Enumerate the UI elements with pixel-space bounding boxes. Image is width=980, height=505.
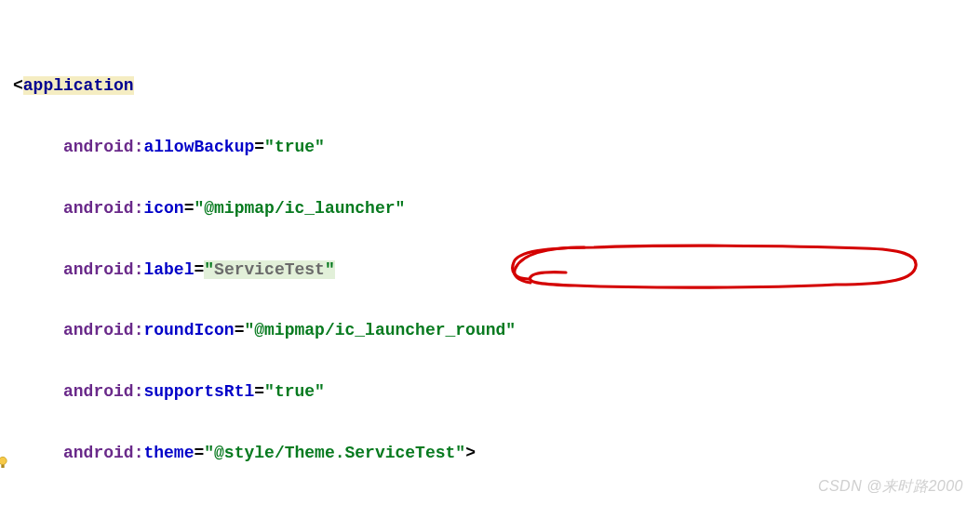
quote-open: " [204,260,214,279]
watermark-text: CSDN @来时路2000 [818,472,963,499]
attr-name: roundIcon [143,321,234,339]
equals: = [254,138,264,156]
attr-ns: android [63,321,134,339]
attr-ns: android [63,444,134,462]
code-line-blank [13,499,980,505]
equals: = [194,444,204,462]
attr-name: theme [143,444,194,462]
quote-close: " [325,260,335,279]
attr-name: supportsRtl [143,382,254,401]
code-line-5: android:roundIcon="@mipmap/ic_launcher_r… [13,315,980,346]
attr-ns: android [63,199,134,218]
attr-name: icon [143,199,183,218]
attr-ns: android [63,382,134,401]
lightbulb-icon[interactable] [0,455,7,472]
code-line-6: android:supportsRtl="true" [13,377,980,407]
code-line-3: android:icon="@mipmap/ic_launcher" [13,193,980,224]
colon: : [134,382,144,401]
code-line-7: android:theme="@style/Theme.ServiceTest"… [13,438,980,469]
equals: = [235,321,245,339]
colon: : [134,199,144,218]
attr-value: "true" [264,382,325,401]
attr-ns: android [63,260,134,279]
code-line-2: android:allowBackup="true" [13,132,980,163]
equals: = [184,199,195,218]
svg-rect-1 [1,465,4,468]
colon: : [134,138,144,156]
equals: = [254,382,264,401]
attr-value: "true" [264,138,325,156]
attr-name: allowBackup [143,138,254,156]
attr-value-label: ServiceTest [214,260,325,279]
colon: : [134,321,144,339]
attr-value: "@mipmap/ic_launcher" [194,199,405,218]
tag-application: application [23,76,134,95]
attr-value: "@style/Theme.ServiceTest" [204,444,465,462]
code-line-4: android:label="ServiceTest" [13,255,980,286]
colon: : [134,260,144,279]
svg-point-0 [0,457,7,464]
attr-name: label [143,260,194,279]
code-block: <application android:allowBackup="true" … [0,0,980,505]
attr-value: "@mipmap/ic_launcher_round" [244,321,516,339]
code-line-1: <application [13,71,980,101]
angle-close: > [465,444,476,462]
equals: = [194,260,204,279]
attr-ns: android [63,138,134,156]
angle-open: < [13,76,23,95]
colon: : [134,444,144,462]
